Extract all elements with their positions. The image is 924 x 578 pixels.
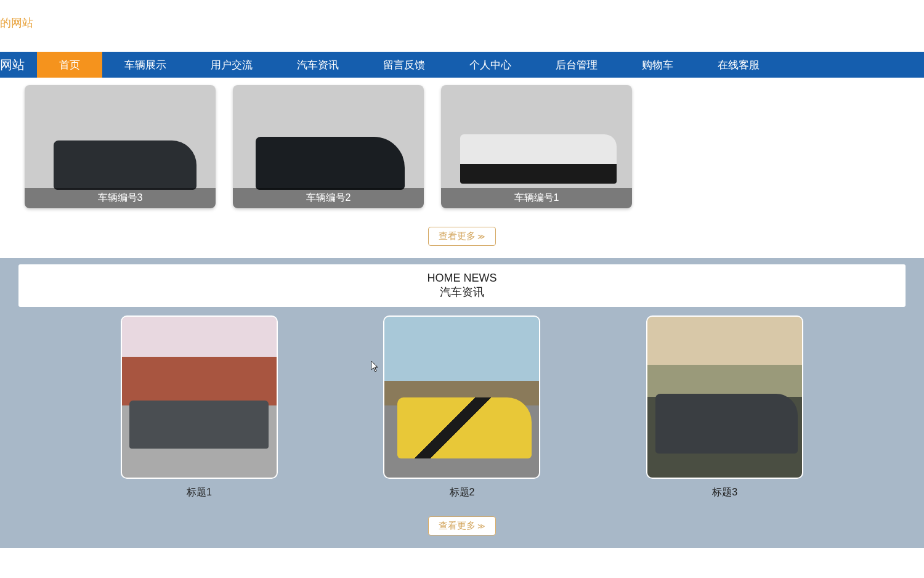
nav-customer-service[interactable]: 在线客服 xyxy=(695,52,782,78)
news-card[interactable]: 标题2 xyxy=(383,315,540,504)
main-navbar: 网站 首页 车辆展示 用户交流 汽车资讯 留言反馈 个人中心 后台管理 购物车 … xyxy=(0,52,924,78)
vehicle-card[interactable]: 车辆编号1 xyxy=(441,85,632,208)
vehicle-label: 车辆编号1 xyxy=(441,188,632,208)
view-more-button[interactable]: 查看更多 xyxy=(428,516,496,535)
news-title: 标题2 xyxy=(383,486,540,504)
nav-auto-news[interactable]: 汽车资讯 xyxy=(275,52,361,78)
news-view-more-wrap: 查看更多 xyxy=(6,504,918,542)
vehicle-label: 车辆编号2 xyxy=(233,188,424,208)
nav-user-exchange[interactable]: 用户交流 xyxy=(188,52,275,78)
news-image xyxy=(121,315,278,479)
vehicle-card[interactable]: 车辆编号3 xyxy=(25,85,216,208)
news-image xyxy=(646,315,803,479)
news-title: 标题1 xyxy=(121,486,278,504)
vehicle-view-more-wrap: 查看更多 xyxy=(0,221,924,258)
news-section: HOME NEWS 汽车资讯 标题1 标题2 标题3 查看更多 xyxy=(0,258,924,548)
news-grid: 标题1 标题2 标题3 xyxy=(6,315,918,504)
nav-cart[interactable]: 购物车 xyxy=(620,52,695,78)
vehicle-label: 车辆编号3 xyxy=(25,188,216,208)
news-card[interactable]: 标题3 xyxy=(646,315,803,504)
news-title: 标题3 xyxy=(646,486,803,504)
news-card[interactable]: 标题1 xyxy=(121,315,278,504)
news-header-zh: 汽车资讯 xyxy=(18,285,906,299)
nav-brand: 网站 xyxy=(0,57,37,73)
nav-home[interactable]: 首页 xyxy=(37,52,102,78)
nav-feedback[interactable]: 留言反馈 xyxy=(361,52,447,78)
vehicle-card[interactable]: 车辆编号2 xyxy=(233,85,424,208)
vehicle-showcase-section: 车辆编号3 车辆编号2 车辆编号1 xyxy=(0,78,924,221)
news-header-en: HOME NEWS xyxy=(18,272,906,285)
nav-personal-center[interactable]: 个人中心 xyxy=(447,52,533,78)
news-header: HOME NEWS 汽车资讯 xyxy=(18,264,906,307)
nav-vehicle-display[interactable]: 车辆展示 xyxy=(102,52,188,78)
nav-admin[interactable]: 后台管理 xyxy=(533,52,620,78)
site-title: 的网站 xyxy=(0,0,924,52)
news-image xyxy=(383,315,540,479)
view-more-button[interactable]: 查看更多 xyxy=(428,227,496,246)
